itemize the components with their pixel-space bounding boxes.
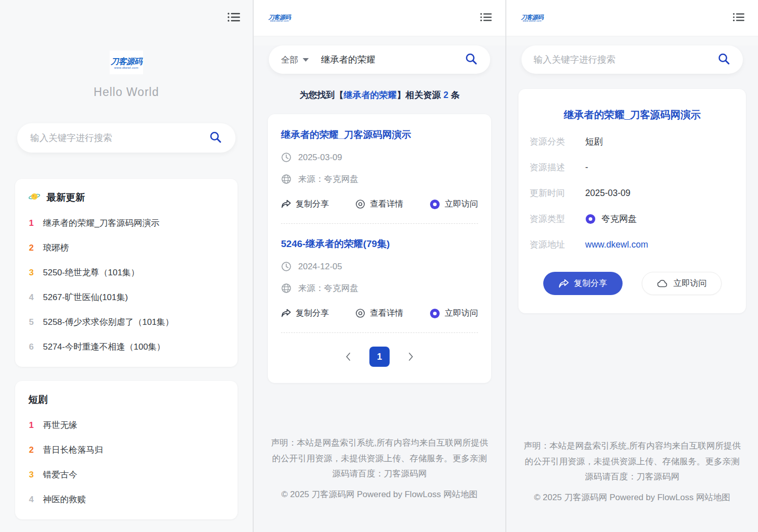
search-header-bar: 刀客源码 www.dkewl.com	[254, 0, 505, 36]
visit-now-button[interactable]: 立即访问	[430, 308, 478, 319]
short-drama-title: 短剧	[28, 393, 48, 406]
field-value: -	[585, 162, 588, 173]
field-address: 资源地址 www.dkewl.com	[530, 238, 735, 251]
result-title-link[interactable]: 继承者的荣耀_刀客源码网演示	[281, 128, 478, 141]
greeting-text: Hello World	[0, 85, 253, 99]
results-search-bar: 全部	[269, 45, 490, 74]
detail-header-bar: 刀客源码 www.dkewl.com	[506, 0, 758, 36]
detail-search-input[interactable]	[534, 55, 717, 65]
result-date-row: 2024-12-05	[281, 261, 478, 272]
result-item: 继承者的荣耀_刀客源码网演示 2025-03-09	[281, 128, 478, 210]
result-date-row: 2025-03-09	[281, 152, 478, 163]
chevron-down-icon	[303, 58, 309, 62]
site-logo[interactable]: 刀客源码 www.dkewl.com	[519, 10, 545, 26]
result-title-link[interactable]: 5246-继承者的荣耀(79集)	[281, 237, 478, 251]
copy-share-button[interactable]: 复制分享	[281, 308, 329, 319]
result-date: 2025-03-09	[298, 153, 342, 163]
clock-icon	[281, 152, 292, 163]
field-label: 更新时间	[530, 187, 574, 199]
visit-now-button[interactable]: 立即访问	[642, 272, 722, 295]
detail-search-bar	[522, 45, 743, 74]
list-item-label: 神医的救赎	[43, 494, 86, 505]
globe-icon	[281, 283, 292, 294]
visit-now-button[interactable]: 立即访问	[430, 199, 478, 210]
copy-share-button[interactable]: 复制分享	[543, 272, 623, 295]
field-label: 资源分类	[530, 135, 574, 148]
dashed-divider	[281, 223, 478, 224]
view-detail-button[interactable]: 查看详情	[355, 199, 403, 210]
footer-disclaimer: 声明：本站是网盘索引系统,所有内容均来自互联网所提供的公开引用资源，未提供资源上…	[269, 436, 490, 482]
list-item[interactable]: 3 错爱古今	[28, 469, 224, 480]
resource-title[interactable]: 继承者的荣耀_刀客源码网演示	[530, 108, 735, 122]
radio-circle-icon	[430, 199, 440, 210]
app-window: 刀客源码 www.dkewl.com Hello World	[0, 0, 758, 532]
list-item[interactable]: 4 神医的救赎	[28, 494, 224, 505]
list-item[interactable]: 3 5250-绝世龙尊（101集）	[28, 267, 224, 278]
panel-home: 刀客源码 www.dkewl.com Hello World	[0, 0, 253, 532]
view-detail-label: 查看详情	[370, 308, 403, 319]
footer-disclaimer: 声明：本站是网盘索引系统,所有内容均来自互联网所提供的公开引用资源，未提供资源上…	[522, 439, 743, 485]
copy-share-label: 复制分享	[296, 308, 329, 319]
results-count-number: 2	[443, 90, 448, 100]
planet-icon	[28, 191, 40, 204]
list-item[interactable]: 1 再世无缘	[28, 419, 224, 431]
site-logo-url: www.dkewl.com	[111, 66, 142, 69]
list-item[interactable]: 5 5258-傅少求求你别虐了（101集）	[28, 316, 224, 328]
menu-list-icon[interactable]	[733, 12, 745, 25]
list-item-label: 错爱古今	[43, 469, 77, 480]
menu-list-icon[interactable]	[227, 11, 241, 25]
eye-icon	[355, 199, 365, 209]
site-logo[interactable]: 刀客源码 www.dkewl.com	[267, 10, 292, 26]
site-logo[interactable]: 刀客源码 www.dkewl.com	[110, 51, 143, 74]
search-icon[interactable]	[717, 52, 731, 68]
prev-page-chevron[interactable]	[345, 352, 351, 361]
next-page-chevron[interactable]	[408, 352, 414, 361]
current-page-button[interactable]: 1	[369, 347, 390, 367]
field-label: 资源描述	[530, 161, 574, 173]
visit-now-label: 立即访问	[445, 199, 478, 210]
resource-url-link[interactable]: www.dkewl.com	[585, 239, 648, 250]
footer-copyright: © 2025 刀客源码网 Powered by FlowLoss 网站地图	[269, 487, 490, 503]
list-item-label: 昔日长枪落马归	[43, 444, 103, 456]
menu-list-icon[interactable]	[480, 12, 492, 25]
view-detail-button[interactable]: 查看详情	[355, 308, 403, 319]
result-date: 2024-12-05	[298, 262, 342, 272]
site-logo-url: www.dkewl.com	[267, 20, 292, 23]
pagination: 1	[281, 347, 478, 371]
copy-share-label: 复制分享	[574, 278, 607, 289]
site-footer: 声明：本站是网盘索引系统,所有内容均来自互联网所提供的公开引用资源，未提供资源上…	[506, 439, 758, 505]
results-count-suffix: 条	[448, 90, 459, 100]
latest-updates-title: 最新更新	[46, 191, 85, 204]
clock-icon	[281, 261, 292, 272]
results-count-query: 继承者的荣耀	[344, 90, 397, 100]
list-item-label: 5250-绝世龙尊（101集）	[43, 267, 139, 278]
list-item[interactable]: 2 琅琊榜	[28, 242, 224, 254]
copy-share-button[interactable]: 复制分享	[281, 199, 329, 210]
rank-number: 3	[28, 470, 34, 480]
search-icon[interactable]	[464, 52, 478, 68]
rank-number: 4	[28, 293, 34, 303]
result-source-row: 来源：夸克网盘	[281, 282, 478, 294]
radio-circle-icon	[430, 308, 440, 319]
site-logo-text: 刀客源码	[111, 58, 142, 66]
copy-share-label: 复制分享	[296, 199, 329, 210]
results-search-input[interactable]	[321, 55, 464, 65]
detail-content: 继承者的荣耀_刀客源码网演示 资源分类 短剧 资源描述 - 更新时间 2025-…	[506, 45, 758, 532]
list-item[interactable]: 6 5274-今时重逢不相逢（100集）	[28, 341, 224, 353]
list-item[interactable]: 4 5267-旷世医仙(101集)	[28, 292, 224, 303]
resource-detail-card: 继承者的荣耀_刀客源码网演示 资源分类 短剧 资源描述 - 更新时间 2025-…	[518, 89, 746, 313]
home-search-input[interactable]	[30, 133, 209, 143]
field-value: 2025-03-09	[585, 188, 631, 199]
share-arrow-icon	[281, 200, 291, 209]
category-filter-dropdown[interactable]: 全部	[281, 54, 309, 66]
share-arrow-icon	[281, 309, 291, 318]
list-item-label: 5258-傅少求求你别虐了（101集）	[43, 316, 174, 328]
visit-now-label: 立即访问	[445, 308, 478, 319]
site-logo-url: www.dkewl.com	[520, 20, 544, 23]
list-item[interactable]: 2 昔日长枪落马归	[28, 444, 224, 456]
search-icon[interactable]	[209, 130, 222, 146]
list-item[interactable]: 1 继承者的荣耀_刀客源码网演示	[28, 217, 224, 229]
rank-number: 3	[28, 268, 34, 278]
field-description: 资源描述 -	[530, 161, 735, 173]
dashed-divider	[281, 332, 478, 333]
